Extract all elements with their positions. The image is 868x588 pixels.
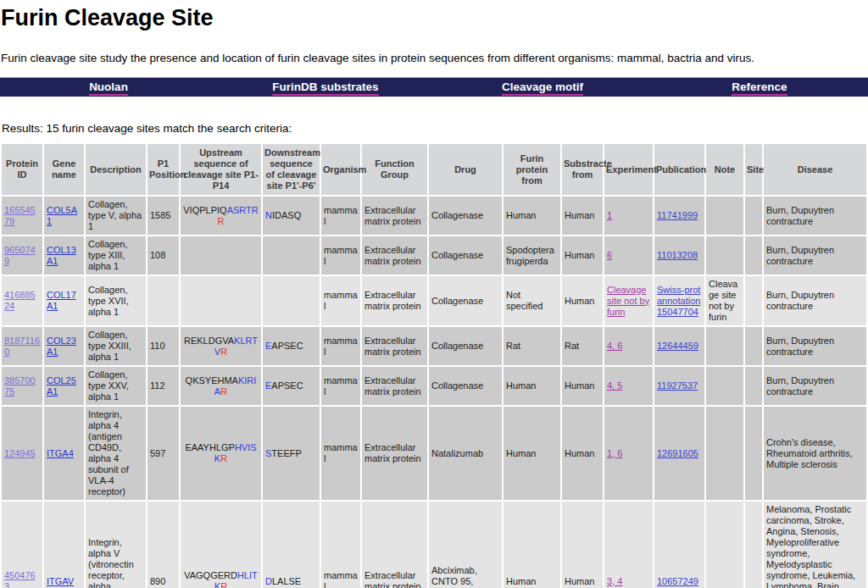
downstream-cell: EAPSEC: [263, 327, 320, 365]
p1-cell: 1585: [147, 197, 179, 235]
publication-link[interactable]: 11927537: [657, 380, 698, 391]
sequence-segment: R: [220, 453, 227, 463]
organism-cell: mammal: [321, 407, 360, 500]
note-cell: Cleavage site not by furin: [706, 276, 743, 325]
gene-cell: ITGA4: [44, 407, 84, 500]
protein-id-link[interactable]: 41688524: [4, 290, 36, 311]
column-header-description: Description: [86, 144, 146, 195]
gene-name-link[interactable]: COL23A1: [47, 336, 76, 357]
publication-link[interactable]: Swiss-prot annotation 15047704: [657, 285, 700, 317]
sequence-segment: ASRTR: [227, 205, 259, 215]
furin_from-cell: Spodoptera frugiperda: [504, 236, 560, 275]
publication-link[interactable]: 12644459: [657, 341, 698, 351]
experiment-link[interactable]: 1: [607, 210, 612, 220]
sequence-segment: R: [220, 347, 227, 357]
gene-cell: COL23A1: [44, 327, 84, 365]
publication-link[interactable]: 10657249: [657, 576, 698, 586]
description-cell: Integrin, alpha V (vitronectin receptor,…: [86, 502, 146, 588]
publication-cell: 12691605: [654, 407, 704, 500]
sequence-segment: R: [220, 386, 227, 397]
gene-name-link[interactable]: ITGA4: [47, 448, 74, 458]
experiment-link[interactable]: 1, 6: [607, 448, 622, 458]
protein-id-link[interactable]: 124945: [4, 448, 36, 458]
intro-text: Furin cleavage site study the presence a…: [1, 51, 868, 65]
protein-id-link[interactable]: 4504763: [4, 570, 36, 588]
disease-cell: Melanoma, Prostatic carcinoma, Stroke, A…: [764, 502, 866, 588]
experiment-link[interactable]: 4, 6: [607, 341, 622, 351]
organism-cell: mammal: [321, 367, 360, 405]
column-header-p1: P1 Position: [147, 144, 179, 195]
sequence-segment: EAAYHLGP: [185, 442, 235, 452]
nav-link-cleavage-motif[interactable]: Cleavage motif: [502, 80, 583, 96]
publication-link[interactable]: 11741999: [657, 210, 698, 220]
function_group-cell: Extracellular matrix protein: [362, 276, 427, 325]
sequence-segment: QKSYEHMA: [186, 375, 238, 386]
publication-link[interactable]: 12691605: [657, 448, 698, 458]
sequence-segment: LALSE: [272, 576, 301, 586]
experiment-cell: 3, 4: [604, 502, 653, 588]
substrate_from-cell: Human: [562, 367, 603, 405]
experiment-link[interactable]: 4, 5: [607, 380, 622, 391]
gene-name-link[interactable]: COL5A1: [47, 205, 77, 226]
downstream-cell: STEEFP: [263, 407, 320, 500]
table-row: 81871160COL23A1Collagen, type XXIII, alp…: [2, 327, 866, 365]
protein-id-link[interactable]: 81871160: [4, 336, 40, 357]
nav-cell: Nuolan: [0, 79, 217, 96]
protein_id-cell: 4504763: [2, 502, 42, 588]
publication-link[interactable]: 11013208: [657, 250, 698, 260]
sequence-segment: IDASQ: [272, 210, 301, 220]
sequence-segment: R: [218, 216, 225, 226]
substrate_from-cell: Human: [562, 276, 603, 325]
function_group-cell: Extracellular matrix protein: [362, 197, 427, 235]
page-title: Furin Cleavage Site: [1, 5, 868, 31]
gene-name-link[interactable]: COL13A1: [47, 245, 76, 266]
downstream-cell: [263, 276, 320, 325]
disease-cell: Burn, Dupuytren contracture: [764, 367, 866, 405]
nav-cell: Reference: [651, 79, 868, 96]
column-header-gene: Gene name: [44, 144, 84, 195]
experiment-link[interactable]: 6: [607, 250, 612, 260]
nav-link-furindb-substrates[interactable]: FurinDB substrates: [272, 80, 378, 96]
disease-cell: Crohn's disease, Rheumatoid arthritis, M…: [764, 407, 866, 500]
sequence-segment: REKLDGVA: [184, 336, 234, 346]
furin_from-cell: Human: [504, 197, 560, 235]
description-cell: Collagen, type XXV, alpha 1: [86, 367, 146, 405]
function_group-cell: Extracellular matrix protein: [362, 236, 427, 275]
site-cell: [745, 236, 762, 275]
gene-cell: COL25A1: [44, 367, 84, 405]
organism-cell: mammal: [321, 502, 360, 588]
nav-link-reference[interactable]: Reference: [732, 80, 787, 96]
site-cell: [745, 367, 762, 405]
table-row: 9650749COL13A1Collagen, type XIII, alpha…: [2, 236, 866, 275]
table-row: 124945ITGA4Integrin, alpha 4 (antigen CD…: [2, 407, 866, 500]
p1-cell: 597: [147, 407, 179, 500]
table-body: 16554579COL5A1Collagen, type V, alpha 11…: [2, 197, 866, 588]
table-row: 38570075COL25A1Collagen, type XXV, alpha…: [2, 367, 866, 405]
site-cell: [745, 502, 762, 588]
experiment-link[interactable]: Cleavage site not by furin: [607, 285, 649, 317]
furin_from-cell: Not specified: [504, 276, 560, 325]
table-row: 41688524COL17A1Collagen, type XVII, alph…: [2, 276, 866, 325]
gene-cell: COL17A1: [44, 276, 84, 325]
column-header-disease: Disease: [764, 144, 866, 195]
upstream-cell: [181, 276, 261, 325]
protein-id-link[interactable]: 38570075: [4, 375, 36, 397]
column-header-function_group: Function Group: [362, 144, 427, 195]
protein_id-cell: 38570075: [2, 367, 42, 405]
note-cell: [706, 327, 743, 365]
gene-name-link[interactable]: COL25A1: [47, 375, 76, 397]
disease-cell: Burn, Dupuytren contracture: [764, 276, 866, 325]
note-cell: [706, 197, 743, 235]
protein-id-link[interactable]: 16554579: [4, 205, 36, 226]
protein-id-link[interactable]: 9650749: [4, 245, 36, 266]
nav-link-nuolan[interactable]: Nuolan: [89, 80, 128, 96]
gene-name-link[interactable]: ITGAV: [47, 576, 74, 586]
downstream-cell: NIDASQ: [263, 197, 320, 235]
p1-cell: 110: [147, 327, 179, 365]
column-header-furin_from: Furin protein from: [504, 144, 560, 195]
experiment-link[interactable]: 3, 4: [607, 576, 622, 586]
upstream-cell: VAGQGERDHLITKR: [181, 502, 261, 588]
gene-name-link[interactable]: COL17A1: [47, 290, 76, 311]
note-cell: [706, 502, 743, 588]
header-row: Protein IDGene nameDescriptionP1 Positio…: [2, 144, 866, 195]
